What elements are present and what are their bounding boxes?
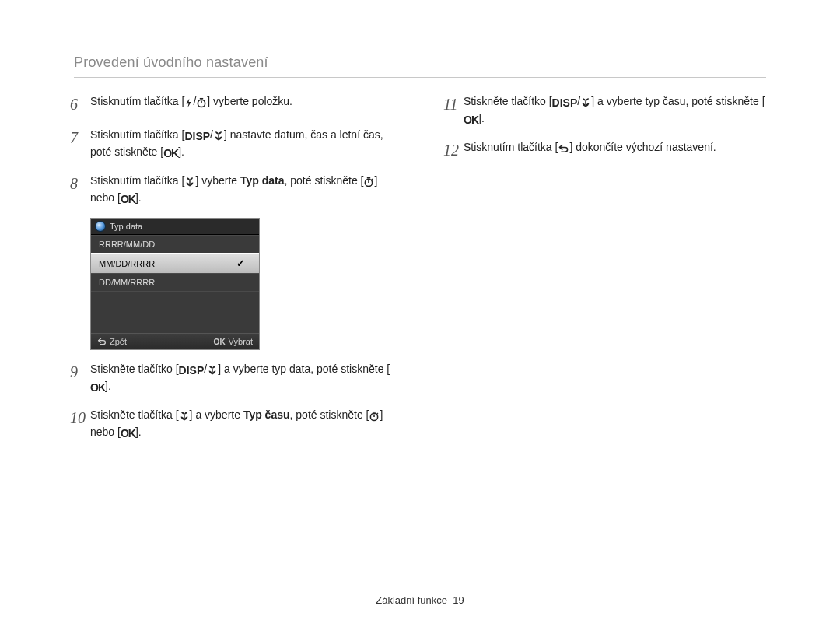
macro-icon bbox=[580, 95, 591, 110]
disp-icon: DISP bbox=[184, 128, 210, 144]
footer-section: Základní funkce bbox=[376, 594, 447, 606]
step-8: 8 Stisknutím tlačítka [] vyberte Typ dat… bbox=[70, 173, 404, 208]
step-text: Stisknutím tlačítka [] vyberte Typ data,… bbox=[90, 173, 404, 208]
step-text: Stisknutím tlačítka [/] vyberte položku. bbox=[90, 93, 292, 116]
step-text: Stiskněte tlačítko [DISP/] a vyberte typ… bbox=[90, 361, 404, 396]
ok-icon: OK bbox=[464, 112, 478, 128]
date-type-menu-screenshot: Typ data RRRR/MM/DD MM/DD/RRRR ✓ DD/MM/R… bbox=[90, 218, 404, 350]
disp-icon: DISP bbox=[552, 95, 578, 110]
step-6: 6 Stisknutím tlačítka [/] vyberte položk… bbox=[70, 93, 404, 116]
menu-select[interactable]: OKVybrat bbox=[214, 337, 253, 346]
step-text: Stiskněte tlačítka [] a vyberte Typ času… bbox=[90, 407, 404, 442]
menu-back[interactable]: Zpět bbox=[97, 337, 127, 346]
step-number: 9 bbox=[70, 361, 90, 396]
ok-icon: OK bbox=[121, 426, 135, 441]
ok-icon: OK bbox=[121, 191, 135, 207]
menu-titlebar: Typ data bbox=[91, 219, 259, 235]
camera-menu: Typ data RRRR/MM/DD MM/DD/RRRR ✓ DD/MM/R… bbox=[90, 218, 260, 350]
menu-option[interactable]: RRRR/MM/DD bbox=[91, 235, 259, 253]
step-number: 6 bbox=[70, 93, 90, 116]
timer-icon bbox=[369, 408, 380, 424]
back-icon bbox=[558, 141, 569, 156]
timer-icon bbox=[196, 95, 207, 110]
menu-option[interactable]: DD/MM/RRRR bbox=[91, 273, 259, 291]
step-number: 7 bbox=[70, 127, 90, 162]
step-7: 7 Stisknutím tlačítka [DISP/] nastavte d… bbox=[70, 127, 404, 162]
check-icon: ✓ bbox=[236, 257, 245, 269]
ok-icon: OK bbox=[163, 145, 178, 161]
macro-icon bbox=[213, 128, 224, 144]
macro-icon bbox=[179, 408, 190, 424]
left-column: 6 Stisknutím tlačítka [/] vyberte položk… bbox=[70, 93, 404, 452]
menu-footer: Zpět OKVybrat bbox=[91, 333, 259, 349]
step-text: Stiskněte tlačítko [DISP/] a vyberte typ… bbox=[464, 93, 770, 128]
footer-page: 19 bbox=[453, 594, 464, 606]
manual-page: Provedení úvodního nastavení 6 Stisknutí… bbox=[0, 0, 840, 634]
step-number: 11 bbox=[443, 93, 464, 128]
page-title: Provedení úvodního nastavení bbox=[74, 54, 766, 78]
step-12: 12 Stisknutím tlačítka [] dokončíte vých… bbox=[443, 139, 770, 162]
step-text: Stisknutím tlačítka [DISP/] nastavte dat… bbox=[90, 127, 404, 162]
macro-icon bbox=[207, 363, 218, 378]
step-10: 10 Stiskněte tlačítka [] a vyberte Typ č… bbox=[70, 407, 404, 442]
step-number: 12 bbox=[443, 139, 464, 162]
flash-icon bbox=[184, 95, 193, 110]
step-11: 11 Stiskněte tlačítko [DISP/] a vyberte … bbox=[443, 93, 770, 128]
menu-spacer bbox=[91, 291, 259, 333]
step-number: 8 bbox=[70, 173, 90, 208]
bold-typ-casu: Typ času bbox=[243, 408, 290, 421]
right-column: 11 Stiskněte tlačítko [DISP/] a vyberte … bbox=[443, 93, 770, 173]
step-text: Stisknutím tlačítka [] dokončíte výchozí… bbox=[464, 139, 716, 162]
macro-icon bbox=[184, 174, 195, 190]
menu-option-label: MM/DD/RRRR bbox=[99, 259, 155, 268]
menu-option-selected[interactable]: MM/DD/RRRR ✓ bbox=[91, 253, 259, 273]
step-9: 9 Stiskněte tlačítko [DISP/] a vyberte t… bbox=[70, 361, 404, 396]
page-footer: Základní funkce 19 bbox=[0, 594, 840, 606]
menu-title-icon bbox=[96, 222, 105, 231]
ok-icon: OK bbox=[90, 380, 105, 395]
timer-icon bbox=[363, 174, 374, 190]
bold-typ-data: Typ data bbox=[240, 174, 285, 187]
disp-icon: DISP bbox=[179, 363, 205, 378]
step-number: 10 bbox=[70, 407, 90, 442]
menu-title: Typ data bbox=[110, 222, 142, 231]
